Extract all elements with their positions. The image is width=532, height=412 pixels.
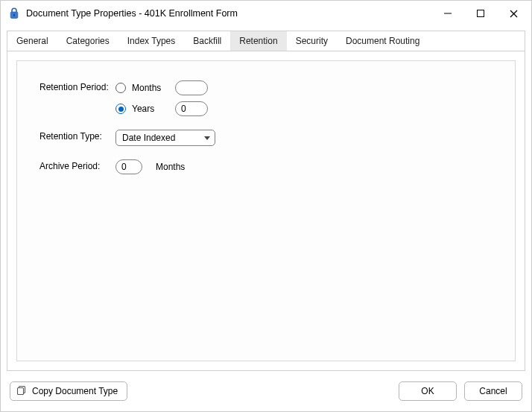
tab-categories[interactable]: Categories bbox=[57, 31, 118, 51]
copy-button-label: Copy Document Type bbox=[32, 386, 118, 396]
tab-label: General bbox=[16, 36, 48, 46]
years-value-input[interactable] bbox=[175, 101, 208, 116]
tab-document-routing[interactable]: Document Routing bbox=[337, 31, 428, 51]
tab-label: Document Routing bbox=[346, 36, 419, 46]
tab-label: Index Types bbox=[127, 36, 176, 46]
tab-retention[interactable]: Retention bbox=[230, 31, 286, 51]
retention-type-label: Retention Type: bbox=[39, 130, 115, 142]
tab-general[interactable]: General bbox=[7, 31, 57, 51]
titlebar: Document Type Properties - 401K Enrollme… bbox=[1, 1, 531, 26]
archive-unit-label: Months bbox=[156, 162, 185, 172]
archive-value-input[interactable] bbox=[115, 159, 142, 174]
retention-type-row: Retention Type: Date Indexed bbox=[39, 130, 501, 146]
copy-icon bbox=[16, 385, 27, 398]
tab-label: Retention bbox=[239, 36, 277, 46]
ok-button-label: OK bbox=[421, 386, 434, 396]
svg-rect-1 bbox=[13, 14, 15, 16]
chevron-down-icon bbox=[204, 136, 210, 140]
minimize-button[interactable] bbox=[431, 2, 464, 25]
copy-document-type-button[interactable]: Copy Document Type bbox=[10, 381, 127, 401]
window-controls bbox=[431, 2, 530, 25]
tab-security[interactable]: Security bbox=[287, 31, 337, 51]
dialog-footer: Copy Document Type OK Cancel bbox=[1, 377, 531, 411]
cancel-button-label: Cancel bbox=[479, 386, 507, 396]
lock-icon bbox=[8, 7, 20, 19]
tab-label: Backfill bbox=[193, 36, 221, 46]
window-title: Document Type Properties - 401K Enrollme… bbox=[26, 8, 431, 19]
window: Document Type Properties - 401K Enrollme… bbox=[0, 0, 532, 412]
svg-rect-3 bbox=[478, 10, 484, 17]
tab-label: Categories bbox=[66, 36, 110, 46]
ok-button[interactable]: OK bbox=[399, 381, 457, 401]
archive-period-row: Archive Period: Months bbox=[39, 159, 501, 174]
retention-years-option[interactable]: Years bbox=[115, 101, 208, 116]
tab-strip: General Categories Index Types Backfill … bbox=[7, 31, 525, 51]
retention-period-label: Retention Period: bbox=[39, 80, 115, 92]
maximize-button[interactable] bbox=[464, 2, 497, 25]
radio-icon bbox=[115, 104, 126, 114]
months-radio-label: Months bbox=[132, 83, 169, 93]
tab-index-types[interactable]: Index Types bbox=[118, 31, 185, 51]
svg-line-5 bbox=[510, 10, 517, 17]
retention-type-select[interactable]: Date Indexed bbox=[115, 130, 215, 146]
tab-panel: Retention Period: Months Years R bbox=[7, 51, 525, 371]
tab-backfill[interactable]: Backfill bbox=[184, 31, 230, 51]
cancel-button[interactable]: Cancel bbox=[464, 381, 522, 401]
svg-rect-7 bbox=[18, 387, 24, 394]
archive-period-label: Archive Period: bbox=[39, 159, 115, 171]
radio-icon bbox=[115, 83, 126, 93]
retention-months-option[interactable]: Months bbox=[115, 80, 208, 95]
tab-label: Security bbox=[296, 36, 328, 46]
svg-line-4 bbox=[510, 10, 517, 17]
retention-period-row: Retention Period: Months Years bbox=[39, 80, 501, 116]
retention-panel: Retention Period: Months Years R bbox=[16, 60, 516, 361]
years-radio-label: Years bbox=[132, 104, 169, 114]
retention-type-value: Date Indexed bbox=[122, 133, 175, 143]
months-value-input[interactable] bbox=[175, 80, 208, 95]
close-button[interactable] bbox=[497, 2, 530, 25]
